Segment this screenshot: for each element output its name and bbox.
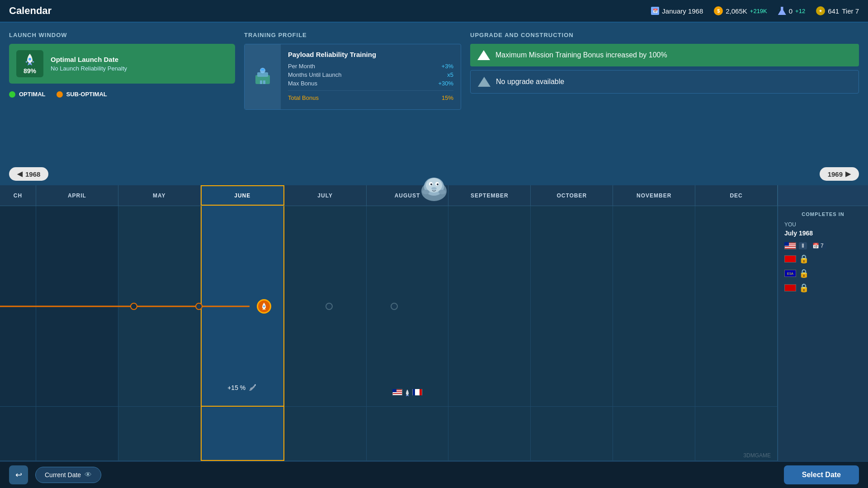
- training-per-month: Per Month +3%: [288, 63, 453, 70]
- completes-panel: COMPLETES IN YOU July 1968 Ⅱ 📅7: [778, 206, 868, 461]
- launch-card-title: Optimal Launch Date: [51, 56, 127, 63]
- month-header-october: OCTOBER: [531, 185, 613, 206]
- completes-title: COMPLETES IN: [784, 211, 862, 217]
- milestone-june-active[interactable]: [257, 299, 271, 314]
- optimal-dot: [9, 91, 15, 98]
- svg-point-16: [439, 190, 446, 194]
- upgrade-card-primary: Maximum Mission Training Bonus increased…: [470, 44, 859, 66]
- completes-header-space: [778, 185, 868, 206]
- launch-percentage: 89%: [24, 67, 36, 75]
- competitor-2-flag: [784, 255, 796, 263]
- us-flag-icon: [392, 389, 402, 395]
- next-arrow-icon: ▶: [845, 170, 851, 178]
- coin-icon: $: [714, 6, 723, 15]
- cell2-september[interactable]: [448, 407, 531, 461]
- calendar-icon: 📅: [651, 7, 659, 15]
- month-header-april: APRIL: [36, 185, 118, 206]
- flask-icon: [778, 7, 786, 15]
- currency-value: 2,065K: [726, 7, 747, 15]
- competitor-1-badge: Ⅱ: [799, 242, 807, 249]
- mascot: [416, 169, 452, 206]
- bonus-label: +15 %: [227, 383, 257, 392]
- training-months: Months Until Launch x5: [288, 71, 453, 78]
- cell-november[interactable]: [613, 206, 695, 407]
- svg-point-17: [263, 305, 265, 307]
- svg-point-0: [28, 58, 31, 61]
- competitor-row-3: ESA 🔒: [784, 268, 862, 278]
- competitor-row-2: 🔒: [784, 254, 862, 264]
- cell2-october[interactable]: [531, 407, 613, 461]
- month-header-september: SEPTEMBER: [448, 185, 531, 206]
- date-display: 📅 January 1968: [651, 7, 703, 15]
- svg-rect-6: [263, 80, 265, 84]
- rocket-icon: [23, 53, 37, 67]
- cell2-march[interactable]: [0, 407, 36, 461]
- app-title: Calendar: [9, 5, 52, 17]
- cell-october[interactable]: [531, 206, 613, 407]
- wrench-icon: [248, 383, 257, 392]
- svg-point-12: [430, 183, 432, 185]
- upgrade-item2-text: No upgrade available: [496, 78, 564, 86]
- launch-info: Optimal Launch Date No Launch Reliabilit…: [51, 56, 127, 72]
- lock-icon-2: 🔒: [799, 268, 809, 278]
- select-date-button[interactable]: Select Date: [784, 465, 859, 484]
- upgrade-section: UPGRADE AND CONSTRUCTION Maximum Mission…: [470, 32, 859, 158]
- cell2-november[interactable]: [613, 407, 695, 461]
- current-date: January 1968: [662, 7, 703, 15]
- current-date-button[interactable]: Current Date 👁: [35, 467, 101, 483]
- cell-dec[interactable]: [695, 206, 778, 407]
- second-flag-icon: [412, 389, 422, 395]
- launch-legend: OPTIMAL SUB-OPTIMAL: [9, 91, 235, 98]
- calendar-row-2: [0, 407, 778, 461]
- mascot-icon: [416, 169, 452, 206]
- rocket-small-icon: [404, 389, 410, 397]
- training-icon: [252, 66, 274, 88]
- legend-suboptimal: SUB-OPTIMAL: [57, 91, 107, 98]
- currency-delta: +219K: [750, 8, 767, 14]
- app-header: Calendar 📅 January 1968 $ 2,065K +219K 0…: [0, 0, 868, 23]
- cell2-june[interactable]: [201, 407, 284, 461]
- month-header-july: JULY: [284, 185, 367, 206]
- launch-window-title: LAUNCH WINDOW: [9, 32, 235, 38]
- next-year-button[interactable]: 1969 ▶: [820, 167, 859, 181]
- prev-year-button[interactable]: ◀ 1968: [9, 167, 48, 181]
- calendar-data-area: +15 %: [0, 206, 868, 461]
- month-header-march: CH: [0, 185, 36, 206]
- upgrade-arrow-disabled-icon: [478, 77, 491, 87]
- reputation-display: ★ 641 Tier 7: [816, 6, 859, 15]
- svg-point-13: [437, 183, 439, 185]
- month-header-june[interactable]: JUNE: [201, 185, 284, 206]
- bonus-value: +15 %: [227, 384, 245, 391]
- training-card: Payload Reliability Training Per Month +…: [244, 44, 461, 110]
- upgrade-card-secondary: No upgrade available: [470, 70, 859, 94]
- header-stats: 📅 January 1968 $ 2,065K +219K 0 +12 ★ 64…: [651, 6, 859, 15]
- cell2-april[interactable]: [36, 407, 118, 461]
- main-content: LAUNCH WINDOW 89% Optimal Launch Date No…: [0, 23, 868, 488]
- svg-point-14: [431, 187, 437, 190]
- currency-display: $ 2,065K +219K: [714, 6, 767, 15]
- cell2-july[interactable]: [284, 407, 367, 461]
- cell-august[interactable]: [367, 206, 449, 407]
- training-profile-title: TRAINING PROFILE: [244, 32, 461, 38]
- medal-icon: ★: [816, 6, 825, 15]
- cell2-may[interactable]: [118, 407, 201, 461]
- prev-arrow-icon: ◀: [17, 170, 23, 178]
- timeline-line: [0, 306, 250, 307]
- training-total-bonus: Total Bonus 15%: [288, 90, 453, 101]
- competitor-4-flag: [784, 284, 796, 291]
- launch-window-panel: LAUNCH WINDOW 89% Optimal Launch Date No…: [9, 32, 235, 158]
- lock-icon-3: 🔒: [799, 283, 809, 293]
- competitor-1-calendar: 📅7: [810, 242, 826, 249]
- svg-rect-4: [261, 69, 264, 70]
- cell2-august[interactable]: [367, 407, 449, 461]
- bottom-bar: ↩ Current Date 👁 Select Date: [0, 461, 868, 488]
- training-info: Payload Reliability Training Per Month +…: [281, 44, 461, 109]
- science-value: 0: [789, 7, 793, 15]
- science-display: 0 +12: [778, 7, 805, 15]
- training-max-bonus: Max Bonus +30%: [288, 80, 453, 87]
- launch-milestone-icon: [260, 302, 268, 310]
- launch-icon-box: 89%: [16, 50, 43, 77]
- suboptimal-dot: [57, 91, 63, 98]
- back-button[interactable]: ↩: [9, 465, 28, 484]
- cell-september[interactable]: [448, 206, 531, 407]
